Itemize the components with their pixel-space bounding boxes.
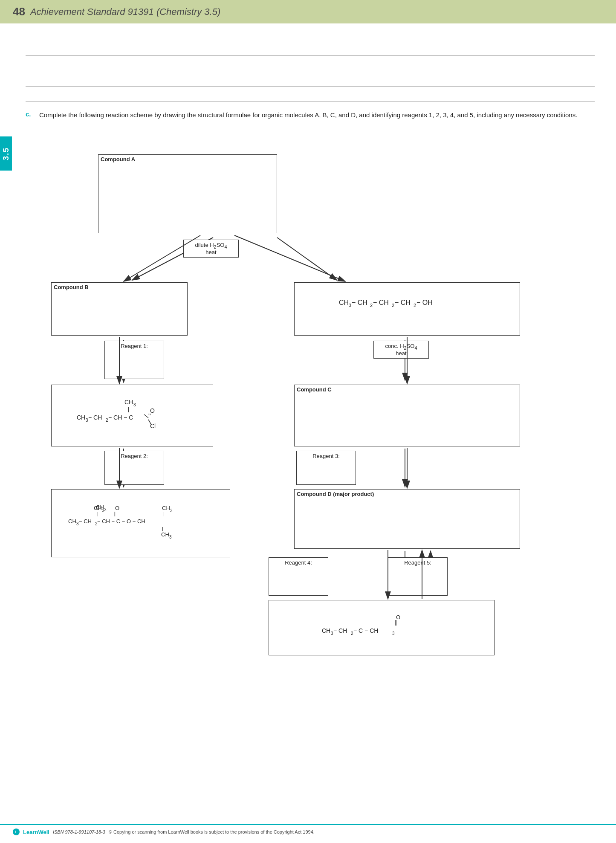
- ruled-lines: [26, 41, 595, 102]
- reagent3-label: Reagent 3:: [312, 453, 340, 459]
- svg-text:2: 2: [414, 303, 416, 308]
- compound-d-box: Compound D (major product): [294, 489, 520, 549]
- svg-line-62: [234, 235, 345, 281]
- compound-b-label: Compound B: [52, 283, 187, 292]
- compound-c-label: Compound C: [295, 385, 520, 394]
- svg-text:CH: CH: [162, 505, 170, 511]
- ester-box: CH 3 O CH 3 O ‖ | CH 3 − CH 2: [51, 489, 230, 557]
- footer-isbn: ISBN 978-1-991107-18-3: [53, 829, 105, 834]
- svg-text:− C − CH: − C − CH: [353, 627, 378, 634]
- svg-text:O: O: [115, 505, 119, 511]
- compound-d-label: Compound D (major product): [295, 490, 520, 498]
- reagent5-box: Reagent 5:: [388, 557, 448, 596]
- ruled-line: [26, 87, 595, 102]
- ester-formula: CH 3 O CH 3 O ‖ | CH 3 − CH 2: [52, 490, 230, 557]
- acyl-chloride-box: CH 3 | CH 3 − CH 2 − CH − C O " Cl: [51, 385, 213, 446]
- reagent2-box: Reagent 2:: [104, 451, 164, 485]
- svg-text:3: 3: [392, 631, 395, 636]
- svg-text:|: |: [128, 406, 129, 412]
- reagent5-label: Reagent 5:: [404, 559, 431, 566]
- svg-text:− CH: − CH: [88, 414, 102, 421]
- svg-text:CH: CH: [339, 299, 349, 306]
- svg-text:− CH: − CH: [352, 299, 367, 306]
- svg-text:‖: ‖: [394, 619, 397, 626]
- svg-text:2: 2: [392, 303, 394, 308]
- page-number: 48: [13, 5, 25, 18]
- ester-svg: CH 3 O CH 3 O ‖ | CH 3 − CH 2: [68, 504, 213, 542]
- question-text: Complete the following reaction scheme b…: [39, 110, 577, 120]
- main-content: c. Complete the following reaction schem…: [0, 23, 616, 713]
- svg-text:CH: CH: [124, 399, 133, 406]
- butan1ol-formula: CH 3 − CH 2 − CH 2 − CH 2 − OH: [295, 283, 520, 326]
- question-label: c.: [26, 110, 32, 120]
- svg-text:− CH: − CH: [333, 627, 347, 634]
- svg-text:3: 3: [169, 535, 172, 539]
- reagent1-label: Reagent 1:: [121, 343, 148, 349]
- svg-text:− OH: − OH: [416, 299, 433, 306]
- svg-text:CH: CH: [68, 518, 76, 524]
- svg-text:3: 3: [349, 303, 351, 308]
- svg-text:CH: CH: [161, 531, 169, 538]
- dilute-reagent-text: dilute H2SO4heat: [195, 242, 227, 256]
- svg-line-3: [277, 238, 337, 280]
- chapter-tab: 3.5: [0, 136, 12, 171]
- reagent4-label: Reagent 4:: [285, 559, 312, 566]
- svg-text:|: |: [162, 526, 163, 531]
- svg-text:− CH − C − O − CH: − CH − C − O − CH: [97, 518, 145, 524]
- svg-text:|: |: [97, 511, 98, 516]
- conc-h2so4-box: conc. H2SO4heat: [373, 341, 429, 359]
- ruled-line: [26, 56, 595, 71]
- compound-c-box: Compound C: [294, 385, 520, 446]
- bottom-compound-svg: O ‖ CH 3 − CH 2 − C − CH 3: [322, 615, 441, 640]
- svg-text:2: 2: [370, 303, 373, 308]
- reagent4-box: Reagent 4:: [269, 557, 328, 596]
- svg-text:3: 3: [104, 507, 107, 512]
- svg-text:3: 3: [170, 508, 173, 513]
- svg-text:CH: CH: [94, 505, 102, 511]
- butan1ol-box: CH 3 − CH 2 − CH 2 − CH 2 − OH: [294, 282, 520, 336]
- svg-text:3: 3: [133, 403, 136, 407]
- bottom-compound-formula: O ‖ CH 3 − CH 2 − C − CH 3: [269, 600, 494, 655]
- bottom-compound-box: O ‖ CH 3 − CH 2 − C − CH 3: [269, 600, 495, 655]
- footer-logo-circle: L: [13, 829, 20, 835]
- svg-text:3: 3: [102, 508, 104, 513]
- compound-a-label: Compound A: [98, 155, 277, 164]
- page-title: Achievement Standard 91391 (Chemistry 3.…: [30, 6, 220, 17]
- svg-text:− CH: − CH: [373, 299, 389, 306]
- svg-text:‖: ‖: [113, 511, 116, 516]
- svg-text:− CH − C: − CH − C: [108, 414, 133, 421]
- svg-text:− CH: − CH: [395, 299, 411, 306]
- acyl-chloride-formula: CH 3 | CH 3 − CH 2 − CH − C O " Cl: [52, 385, 213, 446]
- svg-text:− CH: − CH: [79, 518, 92, 524]
- svg-text:CH: CH: [322, 627, 330, 634]
- svg-text:CH: CH: [77, 414, 85, 421]
- svg-line-31: [144, 414, 148, 418]
- page-header: 48 Achievement Standard 91391 (Chemistry…: [0, 0, 616, 23]
- svg-text:|: |: [163, 511, 165, 516]
- page-footer: L LearnWell ISBN 978-1-991107-18-3 © Cop…: [0, 824, 616, 839]
- reagent1-box: Reagent 1:: [104, 341, 164, 379]
- footer-logo-text: LearnWell: [23, 829, 49, 835]
- conc-reagent-text: conc. H2SO4heat: [385, 343, 417, 357]
- reaction-scheme: Compound A dilute H2SO4heat Compound B C…: [38, 129, 593, 704]
- acyl-chloride-svg: CH 3 | CH 3 − CH 2 − CH − C O " Cl: [77, 398, 188, 432]
- footer-copyright: © Copying or scanning from LearnWell boo…: [109, 829, 315, 834]
- question-c: c. Complete the following reaction schem…: [26, 110, 595, 120]
- compound-b-box: Compound B: [51, 282, 188, 336]
- reagent3-box: Reagent 3:: [296, 451, 356, 485]
- dilute-h2so4-box: dilute H2SO4heat: [183, 240, 239, 258]
- ruled-line: [26, 41, 595, 56]
- butan1ol-svg: CH 3 − CH 2 − CH 2 − CH 2 − OH: [339, 295, 475, 313]
- ruled-line: [26, 71, 595, 87]
- svg-text:": ": [148, 413, 151, 420]
- reagent2-label: Reagent 2:: [121, 453, 148, 459]
- compound-a-box: Compound A: [98, 154, 277, 233]
